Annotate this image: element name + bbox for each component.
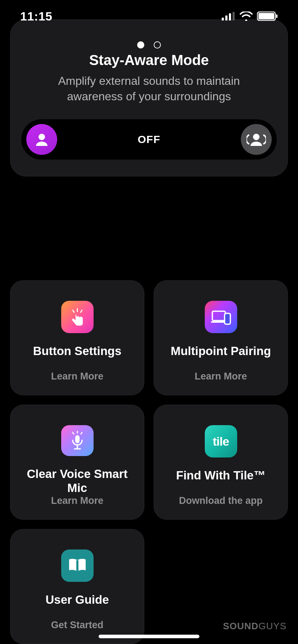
- svg-rect-0: [222, 18, 224, 20]
- book-icon: [61, 549, 94, 582]
- wifi-icon: [240, 12, 253, 21]
- stay-aware-toggle[interactable]: OFF: [21, 119, 277, 160]
- tile-title: Multipoint Pairing: [163, 344, 278, 358]
- tile-title: Clear Voice Smart Mic: [10, 467, 144, 495]
- svg-point-7: [39, 134, 45, 140]
- hero-description: Amplify external sounds to maintain awar…: [21, 73, 277, 104]
- svg-rect-14: [225, 313, 230, 324]
- watermark: SOUNDGUYS: [223, 621, 286, 632]
- battery-icon: [257, 12, 278, 21]
- tile-cta[interactable]: Learn More: [51, 371, 104, 382]
- page-dot-inactive[interactable]: [154, 41, 161, 49]
- aware-person-icon: [247, 132, 266, 147]
- status-icons: [222, 12, 278, 21]
- svg-line-11: [81, 310, 82, 312]
- stay-aware-card: Stay-Aware Mode Amplify external sounds …: [10, 19, 288, 176]
- tile-multipoint-pairing[interactable]: Multipoint Pairing Learn More: [154, 280, 288, 395]
- svg-point-8: [253, 134, 259, 140]
- tile-user-guide[interactable]: User Guide Get Started: [10, 529, 144, 644]
- svg-rect-5: [258, 13, 274, 19]
- svg-rect-18: [75, 435, 80, 443]
- svg-rect-2: [229, 13, 231, 20]
- devices-icon: [205, 301, 237, 333]
- toggle-on-knob[interactable]: [241, 124, 272, 155]
- svg-rect-1: [225, 15, 227, 20]
- page-indicator[interactable]: [10, 41, 288, 49]
- tile-cta[interactable]: Learn More: [51, 495, 104, 506]
- toggle-state-label: OFF: [21, 133, 277, 146]
- tile-title: Button Settings: [26, 344, 129, 358]
- page-dot-active[interactable]: [137, 41, 144, 49]
- tap-icon: [61, 301, 94, 333]
- tile-title: Find With Tile™: [169, 468, 272, 483]
- tile-cta[interactable]: Get Started: [51, 620, 104, 631]
- tile-logo-icon: tile: [205, 425, 237, 457]
- svg-rect-21: [76, 560, 78, 572]
- svg-rect-3: [232, 12, 235, 20]
- svg-rect-12: [212, 311, 225, 321]
- tile-clear-voice-smart-mic[interactable]: Clear Voice Smart Mic Learn More: [10, 405, 144, 520]
- feature-grid: Button Settings Learn More Multipoint Pa…: [10, 280, 288, 644]
- svg-line-10: [73, 310, 74, 312]
- tile-title: User Guide: [38, 593, 116, 607]
- tile-button-settings[interactable]: Button Settings Learn More: [10, 280, 144, 395]
- toggle-off-knob[interactable]: [26, 124, 57, 155]
- svg-line-16: [73, 432, 74, 434]
- tile-cta[interactable]: Learn More: [195, 371, 247, 382]
- watermark-bold: SOUND: [223, 621, 258, 631]
- person-icon: [34, 132, 50, 147]
- tile-cta[interactable]: Download the app: [179, 495, 263, 506]
- cellular-icon: [222, 12, 235, 20]
- mic-icon: [61, 425, 94, 456]
- tile-find-with-tile[interactable]: tile Find With Tile™ Download the app: [154, 405, 288, 520]
- svg-line-17: [81, 432, 82, 434]
- home-indicator[interactable]: [99, 635, 199, 638]
- status-time: 11:15: [20, 9, 52, 23]
- hero-title: Stay-Aware Mode: [21, 52, 277, 68]
- svg-rect-6: [276, 14, 277, 18]
- watermark-light: GUYS: [258, 621, 286, 631]
- status-bar: 11:15: [0, 0, 298, 32]
